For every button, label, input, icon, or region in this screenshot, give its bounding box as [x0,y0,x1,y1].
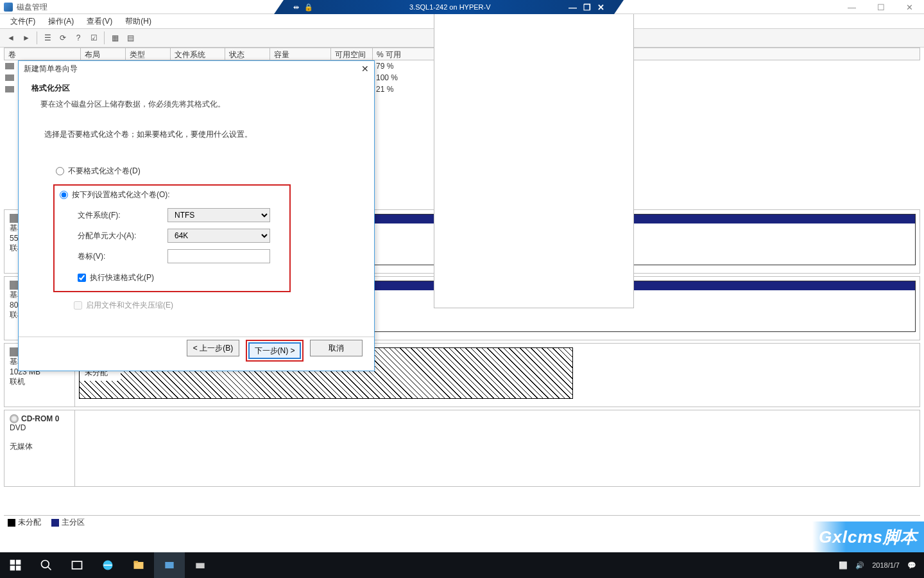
col-volume[interactable]: 卷 [4,48,81,60]
wizard-titlebar[interactable]: 新建简单卷向导 ✕ [19,61,374,76]
back-button[interactable]: < 上一步(B) [187,340,239,356]
menu-view[interactable]: 查看(V) [81,15,117,28]
notification-icon[interactable]: 💬 [907,561,916,570]
layout1-button[interactable]: ▦ [108,31,122,45]
hv-minimize-button[interactable]: — [569,3,577,12]
svg-rect-6 [73,561,82,569]
menu-action[interactable]: 操作(A) [43,15,79,28]
pct-value: 21 % [376,85,393,94]
volume-icon [5,63,14,69]
au-select[interactable]: 64K [167,229,270,243]
col-capacity[interactable]: 容量 [270,48,331,60]
hyperv-title: 3.SQL1-242 on HYPER-V [409,3,491,11]
radio-format-input[interactable] [60,191,68,199]
start-button[interactable] [0,552,31,578]
help-button[interactable]: ? [71,31,85,45]
radio-no-format-input[interactable] [56,167,64,175]
wizard-title: 新建简单卷向导 [24,64,78,74]
disk-mgmt-taskbar-icon[interactable] [185,552,216,578]
tray-date[interactable]: 2018/1/7 [872,561,900,569]
compress-label: 启用文件和文件夹压缩(E) [86,300,173,311]
properties-button[interactable]: ☑ [87,31,101,45]
wizard-body: 选择是否要格式化这个卷；如果要格式化，要使用什么设置。 不要格式化这个卷(D) … [19,120,374,320]
ie-icon[interactable] [92,552,123,578]
explorer-icon[interactable] [123,552,154,578]
wizard-buttons: < 上一步(B) 下一步(N) > 取消 [187,340,363,362]
vl-label: 卷标(V): [78,251,167,262]
cdrom-panel: CD-ROM 0 DVD 无媒体 [4,410,920,487]
disk-icon [10,214,19,223]
taskview-button[interactable] [62,552,92,578]
layout2-button[interactable]: ▤ [123,31,137,45]
quick-format-checkbox[interactable] [78,274,86,282]
disk-status: 联机 [10,376,69,387]
wizard-separator [19,337,374,337]
outer-maximize-button[interactable]: ☐ [866,0,895,14]
server-manager-icon[interactable] [154,552,185,578]
new-volume-wizard: 新建简单卷向导 ✕ 格式化分区 要在这个磁盘分区上储存数据，你必须先将其格式化。… [18,60,375,371]
menu-file[interactable]: 文件(F) [5,15,40,28]
back-button[interactable]: ◄ [4,31,18,45]
separator [37,31,37,44]
col-type[interactable]: 类型 [126,48,171,60]
col-layout[interactable]: 布局 [81,48,126,60]
wizard-header: 格式化分区 要在这个磁盘分区上储存数据，你必须先将其格式化。 [19,76,374,120]
vl-input[interactable] [167,249,270,263]
svg-line-5 [48,567,51,570]
col-fs[interactable]: 文件系统 [171,48,225,60]
legend-unalloc: 未分配 [8,517,41,528]
network-icon[interactable]: ⬜ [839,561,848,570]
radio-no-format[interactable]: 不要格式化这个卷(D) [56,166,348,177]
disk-mgmt-icon [4,3,13,12]
wizard-desc: 选择是否要格式化这个卷；如果要格式化，要使用什么设置。 [44,129,348,140]
refresh-button[interactable]: ⟳ [56,31,70,45]
svg-rect-0 [10,560,15,565]
quick-format-row[interactable]: 执行快速格式化(P) [78,272,284,283]
legend-primary-swatch [51,519,59,527]
hv-maximize-button[interactable]: ❐ [583,3,591,12]
cdrom-graph [75,410,920,486]
quick-format-label: 执行快速格式化(P) [90,272,154,283]
pct-value: 79 % [376,62,393,71]
compress-checkbox [74,301,82,310]
svg-rect-2 [10,566,15,571]
radio-format[interactable]: 按下列设置格式化这个卷(O): [60,189,284,200]
view-button[interactable]: ☰ [40,31,55,45]
sound-icon[interactable]: 🔊 [855,561,864,570]
cdrom-info[interactable]: CD-ROM 0 DVD 无媒体 [4,410,75,486]
legend-unalloc-swatch [8,519,15,527]
pin-icon[interactable]: ⇹ [293,3,299,12]
svg-rect-3 [16,566,21,571]
outer-minimize-button[interactable]: — [837,0,866,14]
hyperv-connection-bar: ⇹ 🔒 3.SQL1-242 on HYPER-V — ❐ ✕ [274,0,624,14]
col-free[interactable]: 可用空间 [331,48,373,60]
search-button[interactable] [31,552,62,578]
cd-title: CD-ROM 0 [21,414,59,423]
legend-primary: 主分区 [51,517,85,528]
cancel-button[interactable]: 取消 [310,340,363,356]
menu-help[interactable]: 帮助(H) [120,15,157,28]
fs-select[interactable]: NTFS [167,208,270,222]
disk-icon [10,281,19,290]
close-icon[interactable]: ✕ [361,64,369,74]
forward-button[interactable]: ► [19,31,33,45]
svg-rect-1 [16,560,21,565]
app-title: 磁盘管理 [0,0,47,14]
radio-format-label: 按下列设置格式化这个卷(O): [72,189,170,200]
svg-rect-9 [134,561,139,563]
svg-rect-11 [196,563,204,568]
pct-value: 100 % [376,73,398,82]
au-label: 分配单元大小(A): [78,231,167,241]
svg-point-4 [42,561,49,568]
hv-close-button[interactable]: ✕ [597,3,604,12]
separator [104,31,105,44]
system-tray: ⬜ 🔊 2018/1/7 💬 [839,561,924,570]
outer-window-controls: — ☐ ✕ [837,0,924,14]
compress-row: 启用文件和文件夹压缩(E) [74,300,348,311]
volume-icon [5,86,14,92]
next-button[interactable]: 下一步(N) > [248,342,301,359]
outer-close-button[interactable]: ✕ [895,0,924,14]
col-status[interactable]: 状态 [225,48,270,60]
svg-rect-10 [165,562,173,568]
taskbar: ⬜ 🔊 2018/1/7 💬 [0,552,924,578]
